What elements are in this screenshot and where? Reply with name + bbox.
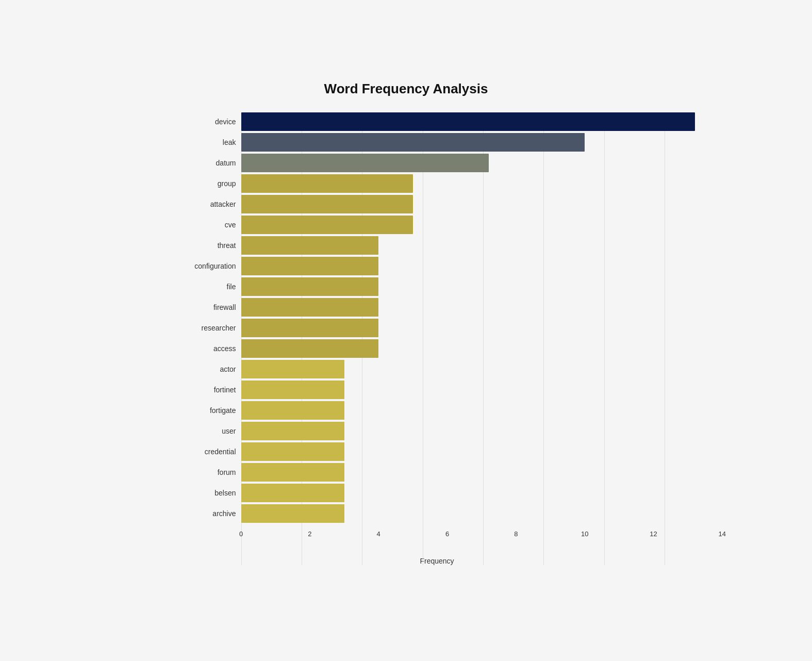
bar-row: device (179, 112, 695, 131)
bar-row: cve (179, 216, 695, 234)
bar-row: actor (179, 360, 695, 378)
bar (241, 463, 344, 482)
bar-row: access (179, 339, 695, 358)
x-tick-label: 12 (650, 530, 657, 538)
bar-label: threat (179, 241, 241, 250)
bar (241, 216, 413, 234)
bar-row: configuration (179, 257, 695, 275)
bar-label: researcher (179, 324, 241, 332)
x-tick-label: 10 (581, 530, 588, 538)
chart-container: Word Frequency Analysis deviceleakdatumg… (97, 65, 716, 596)
bar (241, 133, 585, 152)
bar-label: access (179, 344, 241, 353)
bar (241, 504, 344, 523)
bar-row: file (179, 277, 695, 296)
bar-label: user (179, 427, 241, 435)
bar-row: credential (179, 442, 695, 461)
bar-label: belsen (179, 489, 241, 497)
bar-label: configuration (179, 262, 241, 270)
bar-row: leak (179, 133, 695, 152)
bar-row: forum (179, 463, 695, 482)
bar-row: datum (179, 154, 695, 172)
bar-label: forum (179, 468, 241, 476)
x-tick-label: 4 (377, 530, 380, 538)
bar (241, 112, 695, 131)
bar (241, 360, 344, 378)
bar (241, 381, 344, 399)
bar (241, 298, 379, 317)
y-axis-labels (118, 112, 179, 565)
bar-label: firewall (179, 303, 241, 311)
x-tick-label: 0 (239, 530, 243, 538)
bar-row: user (179, 422, 695, 440)
x-tick-label: 2 (308, 530, 311, 538)
bar (241, 257, 379, 275)
bar-label: group (179, 179, 241, 188)
bar-label: fortigate (179, 406, 241, 415)
bar-label: leak (179, 138, 241, 146)
bar-label: cve (179, 221, 241, 229)
bar (241, 422, 344, 440)
x-tick-label: 6 (445, 530, 449, 538)
bar (241, 484, 344, 502)
bar (241, 174, 413, 193)
bar (241, 195, 413, 213)
x-axis: 02468101214 (179, 527, 695, 542)
bar-label: attacker (179, 200, 241, 208)
bar-row: fortigate (179, 401, 695, 420)
x-tick-label: 8 (514, 530, 518, 538)
bar-row: archive (179, 504, 695, 523)
bar (241, 442, 344, 461)
bar-row: firewall (179, 298, 695, 317)
bar (241, 401, 344, 420)
bar-row: attacker (179, 195, 695, 213)
bar-label: device (179, 118, 241, 126)
bar-label: fortinet (179, 386, 241, 394)
x-axis-title: Frequency (179, 557, 695, 565)
bar-label: actor (179, 365, 241, 373)
bar (241, 236, 379, 255)
bar-label: archive (179, 509, 241, 518)
bar-row: threat (179, 236, 695, 255)
bar-row: researcher (179, 319, 695, 337)
bar-row: belsen (179, 484, 695, 502)
bar-label: credential (179, 448, 241, 456)
bar (241, 319, 379, 337)
bar (241, 154, 489, 172)
bar (241, 277, 379, 296)
bar-row: group (179, 174, 695, 193)
bar (241, 339, 379, 358)
x-tick-label: 14 (719, 530, 726, 538)
chart-title: Word Frequency Analysis (118, 81, 695, 97)
bar-label: datum (179, 159, 241, 167)
bars-wrapper: deviceleakdatumgroupattackercvethreatcon… (179, 112, 695, 525)
bar-row: fortinet (179, 381, 695, 399)
bar-label: file (179, 283, 241, 291)
